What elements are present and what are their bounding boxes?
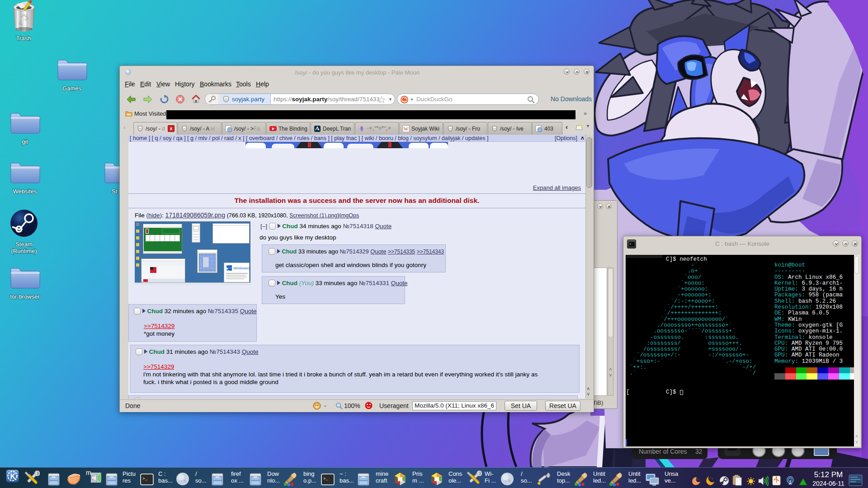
- svg-text:git: git: [22, 138, 28, 145]
- svg-text:Websites: Websites: [13, 188, 37, 195]
- svg-text:K: K: [10, 473, 16, 480]
- svg-text:Trash: Trash: [16, 35, 31, 42]
- svg-text:Games: Games: [62, 85, 81, 92]
- svg-text:St: St: [112, 188, 118, 195]
- svg-text:W: W: [404, 126, 409, 131]
- svg-text:(Runtime): (Runtime): [11, 248, 37, 254]
- svg-text:tor-browser: tor-browser: [10, 293, 40, 300]
- svg-text:Steam: Steam: [15, 241, 33, 248]
